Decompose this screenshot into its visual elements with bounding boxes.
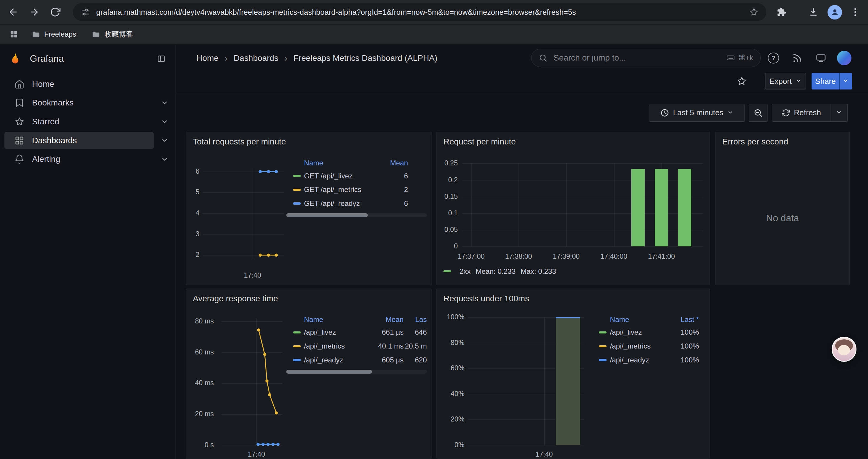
bookmark-icon: [14, 98, 25, 108]
x-tick-label: 17:40: [535, 451, 553, 458]
legend-scrollbar[interactable]: [286, 213, 427, 217]
help-icon[interactable]: ?: [765, 49, 782, 67]
x-tick-label: 17:40:00: [600, 253, 627, 261]
sidebar-item-label: Alerting: [32, 155, 60, 164]
search-box[interactable]: ⌘+k: [531, 49, 761, 67]
brand-name: Grafana: [30, 53, 64, 64]
series-marker: [293, 175, 301, 177]
sidebar: Grafana Home Bookmarks: [0, 44, 176, 459]
legend-row[interactable]: /api/_readyz605 µs620: [286, 353, 427, 367]
y-tick-label: 60%: [451, 364, 464, 373]
plot-area[interactable]: [222, 319, 282, 445]
assistant-avatar[interactable]: [832, 337, 857, 362]
y-tick-label: 0.1: [448, 209, 458, 218]
series-marker: [293, 202, 301, 204]
y-axis: 65432: [186, 167, 199, 259]
legend-col-value[interactable]: Mean: [375, 159, 408, 167]
favorite-star-icon[interactable]: [734, 73, 750, 89]
downloads-icon[interactable]: [805, 4, 822, 21]
legend-table[interactable]: NameMeanGET /api/_livez6GET /api/_metric…: [286, 157, 427, 217]
refresh-button[interactable]: Refresh: [772, 104, 831, 122]
chevron-down-icon[interactable]: [154, 93, 176, 112]
legend-row[interactable]: GET /api/_livez6: [286, 169, 427, 183]
legend-row[interactable]: /api/_livez100%: [592, 326, 704, 339]
bar[interactable]: [678, 169, 691, 246]
panel-title[interactable]: Average response time: [193, 294, 278, 303]
y-tick-label: 0.15: [444, 192, 458, 201]
header-divider: [176, 93, 868, 94]
apps-grid-icon[interactable]: [6, 27, 21, 42]
panel-errors-per-second: Errors per second No data: [715, 132, 850, 286]
no-data-message: No data: [716, 213, 849, 224]
legend-col-value[interactable]: Last *: [660, 316, 699, 324]
legend-row[interactable]: GET /api/_readyz6: [286, 197, 427, 210]
brand-row: Grafana: [0, 51, 176, 66]
sidebar-item-home[interactable]: Home: [0, 75, 176, 94]
extensions-icon[interactable]: [773, 4, 789, 21]
gridline: [468, 445, 584, 446]
legend-row[interactable]: /api/_livez661 µs646: [286, 326, 427, 339]
legend-col-value[interactable]: Mean: [368, 316, 404, 324]
legend-row[interactable]: GET /api/_metrics2: [286, 183, 427, 197]
rss-icon[interactable]: [788, 49, 806, 67]
legend-col-value[interactable]: Las: [404, 316, 427, 324]
y-tick-label: 3: [195, 230, 199, 239]
share-dropdown-caret[interactable]: [839, 73, 852, 90]
y-tick-label: 20%: [451, 415, 464, 424]
sidebar-item-starred[interactable]: Starred: [0, 112, 176, 131]
share-button[interactable]: Share: [812, 73, 839, 90]
sidebar-collapse-icon[interactable]: [154, 52, 169, 66]
export-button[interactable]: Export: [765, 73, 806, 90]
bookmark-star-icon[interactable]: [749, 7, 759, 17]
menu-kebab-icon[interactable]: [847, 4, 864, 21]
legend-row[interactable]: /api/_metrics40.1 ms20.5 m: [286, 339, 427, 353]
bookmark-folder-freeleaps[interactable]: Freeleaps: [27, 28, 81, 41]
monitor-icon[interactable]: [812, 49, 830, 67]
reload-button[interactable]: [47, 4, 64, 21]
chevron-down-icon[interactable]: [154, 112, 176, 131]
grafana-logo-icon[interactable]: [9, 52, 22, 65]
panel-title[interactable]: Requests under 100ms: [443, 294, 529, 303]
sidebar-item-dashboards[interactable]: Dashboards: [0, 131, 176, 150]
search-input[interactable]: [553, 53, 721, 63]
breadcrumb-home[interactable]: Home: [196, 54, 219, 63]
legend-col-name: Name: [599, 316, 660, 324]
profile-avatar[interactable]: [827, 4, 843, 21]
user-avatar[interactable]: [837, 51, 851, 65]
legend-row[interactable]: /api/_metrics100%: [592, 339, 704, 353]
breadcrumb-dashboards[interactable]: Dashboards: [234, 54, 278, 63]
bar[interactable]: [556, 317, 580, 445]
sidebar-item-bookmarks[interactable]: Bookmarks: [0, 93, 176, 112]
bar[interactable]: [631, 169, 645, 246]
zoom-out-button[interactable]: [749, 104, 768, 122]
time-range-picker[interactable]: Last 5 minutes: [649, 104, 745, 122]
y-axis: 100%80%60%40%20%0%: [437, 317, 464, 445]
sidebar-item-label: Home: [32, 79, 54, 89]
chevron-down-icon[interactable]: [154, 150, 176, 169]
sidebar-item-alerting[interactable]: Alerting: [0, 150, 176, 169]
series-name[interactable]: 2xx: [459, 267, 471, 275]
url-text: grafana.mathmast.com/d/deytv4rwavabkb/fr…: [96, 8, 749, 17]
gridline: [566, 163, 567, 246]
refresh-interval-caret[interactable]: [831, 104, 848, 122]
bar[interactable]: [655, 169, 668, 246]
plot-area[interactable]: [462, 163, 703, 246]
back-button[interactable]: [5, 4, 22, 21]
forward-button[interactable]: [26, 4, 42, 21]
address-bar[interactable]: grafana.mathmast.com/d/deytv4rwavabkb/fr…: [73, 3, 766, 21]
bookmark-folder-blogs[interactable]: 收藏博客: [87, 28, 138, 41]
y-tick-label: 0.05: [444, 225, 458, 234]
person-icon: [828, 5, 842, 20]
panel-title[interactable]: Total requests per minute: [193, 137, 286, 146]
legend-table[interactable]: NameMeanLas/api/_livez661 µs646/api/_met…: [286, 314, 427, 374]
plot-area[interactable]: [203, 167, 283, 259]
chevron-down-icon: [836, 108, 842, 117]
panel-title[interactable]: Errors per second: [722, 137, 788, 146]
legend-scrollbar[interactable]: [286, 370, 427, 374]
site-settings-icon[interactable]: [81, 7, 90, 17]
legend-row[interactable]: /api/_readyz100%: [592, 353, 704, 367]
plot-area[interactable]: [468, 317, 584, 445]
panel-title[interactable]: Request per minute: [443, 137, 516, 146]
chevron-down-icon[interactable]: [154, 131, 176, 150]
legend-table[interactable]: NameLast */api/_livez100%/api/_metrics10…: [592, 314, 704, 367]
